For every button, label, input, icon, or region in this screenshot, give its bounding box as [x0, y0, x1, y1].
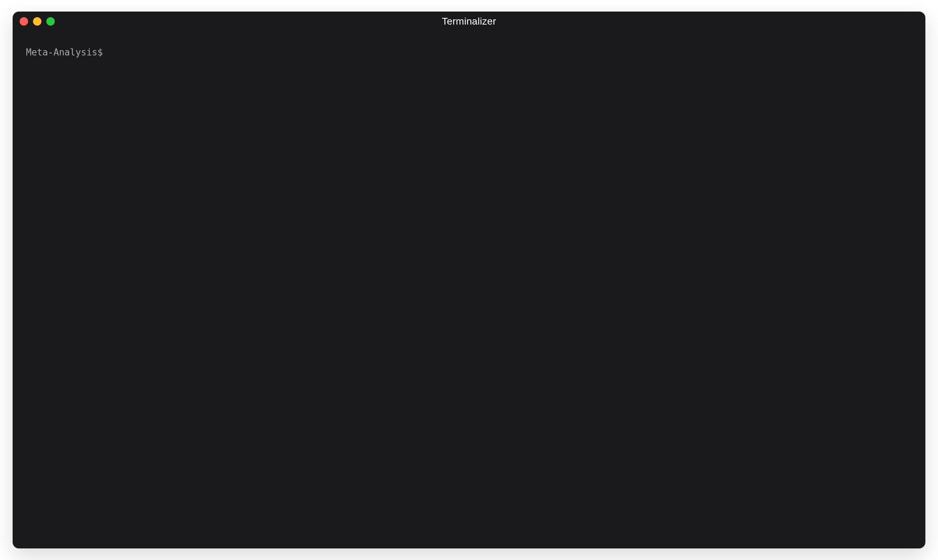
terminal-input[interactable]: [108, 42, 912, 55]
close-icon[interactable]: [20, 17, 28, 26]
minimize-icon[interactable]: [33, 17, 42, 26]
title-bar: Terminalizer: [12, 12, 926, 31]
terminal-line: Meta-Analysis$: [26, 42, 912, 59]
window-title: Terminalizer: [442, 16, 496, 27]
traffic-lights: [20, 17, 55, 26]
terminal-body[interactable]: Meta-Analysis$: [12, 31, 926, 548]
terminal-prompt: Meta-Analysis$: [26, 46, 108, 59]
maximize-icon[interactable]: [46, 17, 55, 26]
terminal-window: Terminalizer Meta-Analysis$: [12, 12, 926, 548]
